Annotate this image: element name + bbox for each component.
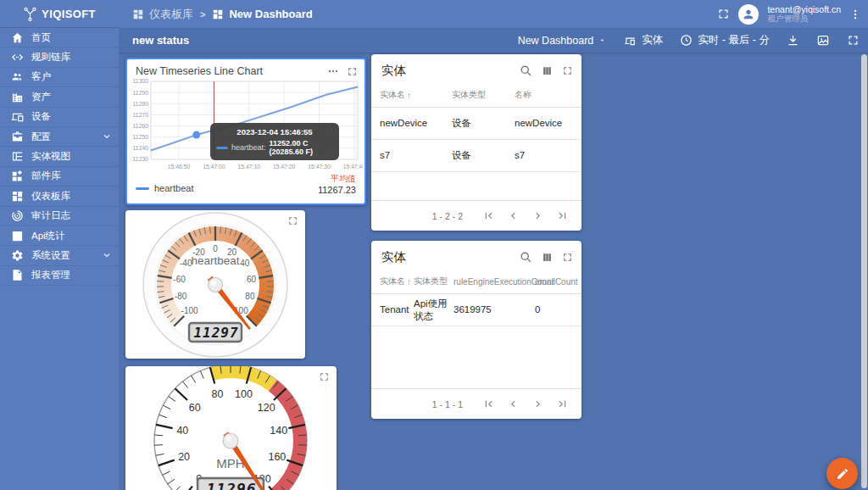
sidebar-item-label: 系统设置 <box>31 249 94 262</box>
fullscreen-icon <box>347 66 358 77</box>
logo[interactable]: YIQISOFT <box>0 0 119 28</box>
table-row[interactable]: s7设备s7 <box>371 140 581 172</box>
last-page-icon <box>556 398 569 410</box>
first-page-button[interactable] <box>482 398 495 410</box>
legend-series-dash[interactable] <box>136 187 149 190</box>
chevron-left-button[interactable] <box>507 209 520 222</box>
heartbeat-gauge-widget[interactable]: -100-80-60-40-20020406080100heartbeat112… <box>125 210 305 359</box>
sidebar-item-dashboards[interactable]: 仪表板库 <box>0 187 119 206</box>
more-vert-icon <box>849 8 861 21</box>
sidebar-item-entity-views[interactable]: 实体视图 <box>0 147 119 166</box>
gauge-lcd-display: 11296 <box>198 478 264 490</box>
widget-fullscreen-button[interactable] <box>319 371 330 382</box>
last-page-button[interactable] <box>556 398 569 410</box>
last-page-button[interactable] <box>556 209 569 222</box>
screenshot-button[interactable] <box>816 34 830 47</box>
sidebar-item-reports[interactable]: 报表管理 <box>0 266 119 286</box>
sidebar-item-label: 配置 <box>31 131 94 143</box>
search-button[interactable] <box>520 64 532 77</box>
sidebar-item-assets[interactable]: 资产 <box>0 87 119 107</box>
column-header[interactable]: 实体类型 <box>414 276 453 287</box>
sidebar-item-label: Api统计 <box>31 230 112 242</box>
widgets-icon <box>11 170 24 182</box>
sidebar-item-home[interactable]: 首页 <box>0 28 119 47</box>
table-row[interactable]: newDevice设备newDevice <box>371 108 581 140</box>
column-header[interactable]: ruleEngineExecutionCount <box>453 276 535 287</box>
sidebar-item-devices[interactable]: 设备 <box>0 108 119 127</box>
chart-plot-area[interactable]: 1123011240112501126011270112801129011300… <box>127 79 364 174</box>
sidebar-item-audit-log[interactable]: 审计日志 <box>0 207 119 226</box>
dashboard-state-title: new status <box>132 34 518 47</box>
first-page-button[interactable] <box>482 209 495 222</box>
chevron-left-button[interactable] <box>507 398 520 410</box>
chevron-right-button[interactable] <box>531 398 544 410</box>
sidebar-item-api-usage[interactable]: Api统计 <box>0 226 119 246</box>
fullscreen-icon <box>562 252 573 263</box>
table-cell: Tenant <box>380 303 414 315</box>
caret-down-icon <box>598 36 606 44</box>
export-dashboard-button[interactable] <box>787 34 799 47</box>
sidebar-item-label: 设备 <box>31 110 112 123</box>
sort-ascending-icon: ↑ <box>407 277 411 287</box>
table-cell: 3619975 <box>453 303 535 315</box>
entity-table-widget-1[interactable]: 实体实体名↑实体类型名称newDevice设备newDevices7设备s71 … <box>371 54 581 231</box>
svg-text:60: 60 <box>247 275 257 284</box>
home-icon <box>11 31 24 44</box>
devices-icon <box>623 35 637 47</box>
svg-text:-100: -100 <box>181 306 198 315</box>
sidebar-item-rule-chain[interactable]: 规则链库 <box>0 47 119 67</box>
widget-fullscreen-button[interactable] <box>562 65 573 76</box>
sidebar-item-profiles[interactable]: 配置 <box>0 127 119 147</box>
widget-fullscreen-button[interactable] <box>562 252 573 263</box>
settings-icon <box>11 249 24 262</box>
header-more-menu-button[interactable] <box>849 8 861 21</box>
fullscreen-icon <box>562 65 573 76</box>
breadcrumb-current-dashboard[interactable]: New Dashboard <box>212 8 312 20</box>
user-avatar[interactable] <box>738 4 759 25</box>
svg-text:40: 40 <box>240 259 250 268</box>
svg-text:160: 160 <box>268 451 286 463</box>
breadcrumb-dashboards[interactable]: 仪表板库 <box>132 7 193 22</box>
table-cell: 设备 <box>452 117 515 129</box>
column-header[interactable]: 实体名↑ <box>380 89 452 101</box>
svg-text:11290: 11290 <box>133 90 149 96</box>
svg-text:11270: 11270 <box>133 112 149 118</box>
column-header[interactable]: 实体名↑ <box>380 276 414 287</box>
vertical-scrollbar[interactable] <box>861 54 867 488</box>
sidebar-item-settings[interactable]: 系统设置 <box>0 246 119 265</box>
sidebar-item-customers[interactable]: 客户 <box>0 68 119 87</box>
sidebar: YIQISOFT 首页规则链库客户资产设备配置实体视图部件库仪表板库审计日志Ap… <box>0 0 119 490</box>
search-button[interactable] <box>520 251 532 264</box>
dashboard-select[interactable]: New Dashboard <box>518 35 607 47</box>
column-header[interactable]: 实体类型 <box>452 89 515 101</box>
chevron-right-button[interactable] <box>531 209 544 222</box>
svg-text:100: 100 <box>235 387 253 399</box>
columns-button[interactable] <box>541 251 554 264</box>
widget-fullscreen-button[interactable] <box>347 66 358 77</box>
entity-filter-button[interactable]: 实体 <box>623 33 663 47</box>
widget-more-button[interactable] <box>326 65 340 77</box>
logo-text: YIQISOFT <box>42 8 96 20</box>
widget-fullscreen-button[interactable] <box>287 215 298 226</box>
timewindow-label: 实时 - 最后 - 分 <box>698 33 770 47</box>
columns-button[interactable] <box>541 64 554 77</box>
timeseries-line-chart-widget[interactable]: New Timeseries Line Chart 11230112401125… <box>125 58 366 205</box>
entity-table-widget-2[interactable]: 实体实体名↑实体类型ruleEngineExecutionCountemailC… <box>371 241 581 419</box>
column-header[interactable]: 名称 <box>515 89 573 101</box>
edit-dashboard-fab[interactable] <box>826 458 858 489</box>
sidebar-item-widgets[interactable]: 部件库 <box>0 167 119 187</box>
header-fullscreen-button[interactable] <box>717 8 730 20</box>
svg-text:11297: 11297 <box>193 325 238 341</box>
column-header[interactable]: emailCount <box>535 276 578 287</box>
legend-series-name: heartbeat <box>154 183 193 193</box>
toolbar-fullscreen-button[interactable] <box>847 34 860 47</box>
mph-gauge-widget[interactable]: 020406080100120140160180MPH11296 <box>125 366 337 490</box>
svg-text:-80: -80 <box>175 292 187 301</box>
fullscreen-icon <box>319 371 330 382</box>
entity-views-icon <box>11 150 24 163</box>
table-row[interactable]: TenantApi使用状态36199750 <box>371 294 581 326</box>
tooltip-series-value: 11252.00 C (20285.60 F) <box>270 139 333 156</box>
timewindow-button[interactable]: 实时 - 最后 - 分 <box>680 33 770 47</box>
first-page-icon <box>482 398 495 410</box>
pencil-icon <box>836 467 849 481</box>
